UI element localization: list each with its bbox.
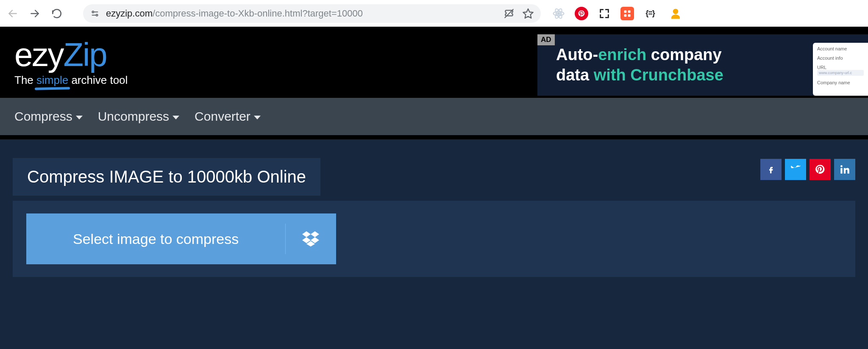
svg-rect-12	[624, 10, 627, 13]
chevron-down-icon	[172, 116, 179, 119]
pinterest-icon	[815, 164, 826, 175]
ad-headline: Auto-enrich company data with Crunchbase	[556, 45, 723, 85]
ad-form-preview: Account name Account info URL www.compan…	[813, 43, 868, 96]
back-button[interactable]	[4, 5, 21, 22]
menu-compress[interactable]: Compress	[14, 109, 83, 124]
svg-point-16	[673, 8, 679, 14]
dropbox-icon	[302, 231, 319, 247]
svg-point-8	[558, 12, 560, 14]
svg-marker-20	[311, 231, 319, 237]
menu-converter[interactable]: Converter	[195, 109, 261, 124]
menu-bar: Compress Uncompress Converter	[0, 98, 868, 135]
forward-button[interactable]	[26, 5, 43, 22]
svg-rect-17	[840, 168, 842, 174]
share-twitter-button[interactable]	[785, 159, 806, 180]
dropbox-button[interactable]	[285, 213, 336, 264]
cookie-blocked-icon[interactable]	[504, 8, 515, 19]
extensions-row: {=}	[546, 7, 686, 20]
address-bar[interactable]: ezyzip.com/compress-image-to-Xkb-online.…	[83, 4, 541, 23]
menu-compress-label: Compress	[14, 109, 72, 124]
page-title: Compress IMAGE to 10000kb Online	[27, 167, 306, 186]
share-pinterest-button[interactable]	[810, 159, 831, 180]
menu-converter-label: Converter	[195, 109, 250, 124]
page-title-box: Compress IMAGE to 10000kb Online	[13, 158, 320, 196]
social-share-row	[760, 159, 855, 180]
ad-tag: AD	[537, 34, 555, 45]
select-image-label: Select image to compress	[26, 231, 285, 247]
twitter-icon	[789, 163, 802, 176]
menu-uncompress-label: Uncompress	[98, 109, 169, 124]
svg-point-18	[840, 165, 843, 167]
share-linkedin-button[interactable]	[834, 159, 855, 180]
upload-panel: Select image to compress	[13, 201, 855, 277]
url-path: /compress-image-to-Xkb-online.html?targe…	[153, 8, 363, 19]
divider	[0, 135, 868, 139]
svg-point-2	[92, 11, 94, 13]
main-content: Compress IMAGE to 10000kb Online Select …	[0, 139, 868, 349]
chevron-down-icon	[254, 116, 261, 119]
url-text: ezyzip.com/compress-image-to-Xkb-online.…	[106, 8, 363, 19]
ad-banner[interactable]: AD Auto-enrich company data with Crunchb…	[537, 34, 868, 96]
chevron-down-icon	[76, 116, 83, 119]
ext-pinterest-icon[interactable]	[575, 7, 588, 20]
linkedin-icon	[839, 164, 850, 175]
ext-orange-icon[interactable]	[620, 7, 634, 20]
site-header: ezyZip The simple archive tool AD Auto-e…	[0, 27, 868, 98]
menu-uncompress[interactable]: Uncompress	[98, 109, 179, 124]
reload-button[interactable]	[48, 5, 65, 22]
ext-braces-icon[interactable]: {=}	[643, 7, 657, 20]
url-host: ezyzip.com	[106, 8, 153, 19]
browser-chrome: ezyzip.com/compress-image-to-Xkb-online.…	[0, 0, 868, 27]
bookmark-star-icon[interactable]	[522, 8, 534, 19]
tagline: The simple archive tool	[14, 74, 128, 87]
logo[interactable]: ezyZip The simple archive tool	[14, 38, 128, 87]
ext-react-devtools-icon[interactable]	[552, 7, 565, 20]
svg-rect-15	[628, 14, 631, 17]
select-image-button[interactable]: Select image to compress	[26, 213, 336, 264]
svg-marker-7	[523, 8, 533, 18]
svg-rect-14	[624, 14, 627, 17]
logo-text-2: Zip	[63, 36, 106, 73]
svg-rect-13	[628, 10, 631, 13]
ext-fullscreen-icon[interactable]	[598, 7, 611, 20]
site-settings-icon[interactable]	[90, 8, 100, 19]
share-facebook-button[interactable]	[760, 159, 782, 180]
logo-text-1: ezy	[14, 36, 63, 73]
facebook-icon	[768, 163, 774, 176]
svg-point-4	[96, 14, 98, 16]
ext-profile-icon[interactable]	[669, 7, 682, 20]
svg-marker-19	[302, 231, 311, 237]
